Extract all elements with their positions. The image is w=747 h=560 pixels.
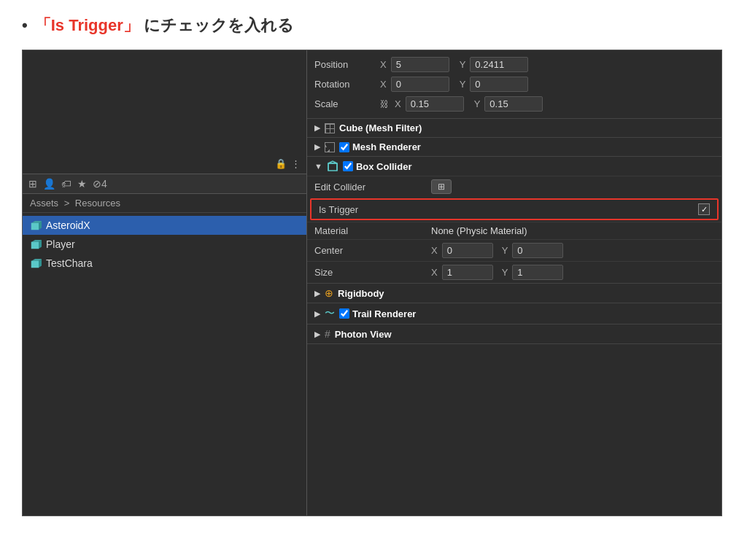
mesh-renderer-checkbox[interactable] [339,142,349,152]
link-icon: ⛓ [380,99,389,109]
player-cube-icon [30,238,42,250]
lock-dots-row: 🔒 ⋮ [275,158,301,169]
mesh-filter-label: Cube (Mesh Filter) [339,122,422,133]
collider-edit-icon: ⊞ [438,182,445,192]
photon-view-icon: # [325,328,330,340]
material-value: None (Physic Material) [431,225,714,236]
center-y-label: Y [502,245,508,256]
svg-marker-10 [328,161,337,163]
size-row: Size X Y [307,261,721,283]
edit-collider-row: Edit Collider ⊞ [307,176,721,197]
layers-icon[interactable]: ⊘4 [93,178,107,190]
trail-renderer-icon: 〜 [325,307,335,320]
position-x-input[interactable] [391,57,449,72]
mesh-renderer-label: Mesh Renderer [352,141,421,152]
trail-renderer-checkbox[interactable] [339,308,349,319]
toolbar-row: ⊞ 👤 🏷 ★ ⊘4 [23,174,306,194]
lock-icon[interactable]: 🔒 [275,158,287,169]
position-row: Position X Y [314,55,714,74]
player-label: Player [46,238,75,250]
size-y-label: Y [502,267,508,278]
photon-view-arrow[interactable]: ▶ [314,330,320,339]
size-x-label: X [431,267,438,278]
rotation-x-input[interactable] [391,77,449,92]
scale-x-label: X [395,98,401,109]
box-collider-header: ▼ Box Collider [307,157,721,176]
mesh-filter-icon [325,123,335,133]
rigidbody-arrow[interactable]: ▶ [314,289,320,298]
testchara-cube-icon [30,257,42,269]
bullet: • [22,16,28,35]
center-xyz: X Y [431,243,569,258]
position-y-input[interactable] [470,57,528,72]
center-y-input[interactable] [512,243,563,258]
photon-view-row: ▶ # Photon View [307,324,721,344]
svg-rect-3 [31,242,39,249]
breadcrumb-assets[interactable]: Assets [30,198,58,209]
asteroidx-label: AsteroidX [46,219,90,231]
is-trigger-checkbox[interactable]: ✓ [698,203,710,215]
mesh-renderer-row: ▶ Mesh Renderer [307,138,721,157]
transform-section: Position X Y Rotation X Y [307,50,721,119]
trail-renderer-arrow[interactable]: ▶ [314,309,320,319]
scale-x-input[interactable] [406,96,464,112]
position-y-label: Y [460,59,466,70]
rotation-label: Rotation [314,79,380,90]
center-x-input[interactable] [442,243,493,258]
asset-item-testchara[interactable]: TestChara [23,254,306,273]
breadcrumb-separator: > [64,198,70,209]
star-icon[interactable]: ★ [77,178,87,190]
tag-icon[interactable]: 🏷 [61,178,71,190]
box-collider-checkbox[interactable] [343,161,353,171]
size-y-input[interactable] [512,265,563,280]
asteroidx-cube-icon [30,219,42,231]
is-trigger-row: Is Trigger ✓ [310,198,719,220]
rotation-row: Rotation X Y [314,74,714,94]
trail-renderer-row: ▶ 〜 Trail Renderer [307,303,721,324]
hierarchy-icon[interactable]: ⊞ [28,178,37,190]
title-text: 「Is Trigger」 にチェックを入れる [35,15,294,36]
box-collider-icon [327,160,338,172]
more-icon[interactable]: ⋮ [291,158,301,169]
center-label: Center [314,245,431,256]
scale-y-input[interactable] [484,96,543,112]
scale-row: Scale ⛓ X Y [314,94,714,114]
position-label: Position [314,59,380,70]
asset-item-asteroidx[interactable]: AsteroidX [23,216,306,235]
size-xyz: X Y [431,265,569,280]
breadcrumb-resources[interactable]: Resources [75,198,120,209]
rotation-y-input[interactable] [470,77,528,92]
rigidbody-icon: ⊕ [325,287,333,299]
left-top-area: 🔒 ⋮ [23,50,306,174]
person-icon[interactable]: 👤 [43,178,55,190]
svg-rect-9 [328,163,337,171]
box-collider-label: Box Collider [356,161,412,172]
size-x-input[interactable] [442,265,493,280]
left-panel: 🔒 ⋮ ⊞ 👤 🏷 ★ ⊘4 Assets > Resources [23,50,307,516]
assets-breadcrumb: Assets > Resources [23,194,306,213]
box-collider-arrow[interactable]: ▼ [314,162,322,171]
material-row: Material None (Physic Material) [307,222,721,239]
rigidbody-row: ▶ ⊕ Rigidbody [307,284,721,303]
right-panel: Position X Y Rotation X Y [307,50,721,516]
svg-rect-6 [31,261,39,268]
trail-renderer-label: Trail Renderer [352,308,416,319]
photon-view-label: Photon View [335,329,392,340]
title-highlight: 「Is Trigger」 [35,16,139,34]
mesh-renderer-arrow[interactable]: ▶ [314,142,320,152]
mesh-renderer-icon [325,142,335,152]
center-x-label: X [431,245,438,256]
position-x-label: X [380,59,387,70]
scale-label: Scale [314,98,380,109]
scale-xyz: ⛓ X Y [380,96,714,112]
asset-list: AsteroidX Player [23,213,306,516]
rotation-y-label: Y [460,79,466,90]
asset-item-player[interactable]: Player [23,235,306,254]
mesh-filter-arrow[interactable]: ▶ [314,123,320,133]
page-container: • 「Is Trigger」 にチェックを入れる 🔒 ⋮ ⊞ 👤 🏷 ★ ⊘4 [0,0,747,560]
rigidbody-label: Rigidbody [338,288,384,299]
size-label: Size [314,267,431,278]
is-trigger-label: Is Trigger [319,204,698,215]
edit-collider-button[interactable]: ⊞ [431,179,452,194]
scale-y-label: Y [474,98,481,109]
